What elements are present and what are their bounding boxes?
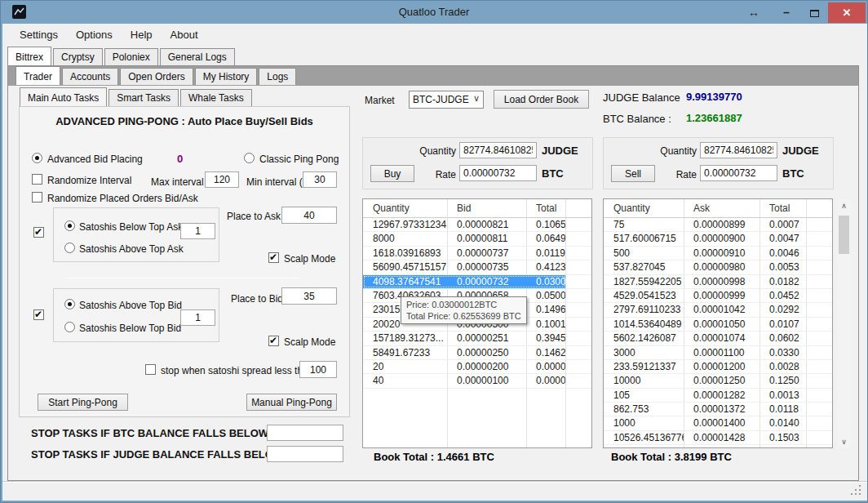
column-header-total[interactable]: Total [760, 199, 806, 217]
tab-cryptsy[interactable]: Cryptsy [53, 48, 103, 65]
place-to-ask-input[interactable] [281, 207, 337, 224]
order-row[interactable]: 12967.973312340.000008210.1065 [363, 218, 591, 232]
order-row[interactable]: 233.591213370.000012000.0028 [604, 360, 832, 374]
order-row[interactable]: 56090.457151570.000007350.4123 [363, 260, 591, 274]
scrollbar-thumb[interactable] [839, 216, 849, 254]
column-header-quantity[interactable]: Quantity [363, 199, 447, 217]
satoshis-above-top-ask-label: Satoshis Above Top Ask [79, 243, 184, 255]
tab-whale-tasks[interactable]: Whale Tasks [180, 89, 252, 106]
order-row[interactable]: 200.000002000.0000 [363, 360, 591, 374]
satoshis-above-top-bid-radio[interactable] [64, 299, 75, 309]
tab-my-history[interactable]: My History [195, 68, 258, 85]
maximize-button[interactable] [804, 4, 825, 20]
column-header-total[interactable]: Total [526, 199, 565, 217]
order-row[interactable]: 4529.05415230.000009990.0452 [604, 289, 832, 303]
stop-spread-checkbox[interactable] [145, 364, 156, 375]
order-row[interactable]: 80000.000008110.0649 [363, 232, 591, 246]
order-row[interactable]: 537.8270450.000009800.0053 [604, 260, 832, 274]
order-row[interactable]: 157189.31273...0.000002510.3945 [363, 332, 591, 345]
satoshis-below-top-bid-label: Satoshis Below Top Bid [79, 323, 181, 334]
tab-smart-tasks[interactable]: Smart Tasks [108, 89, 179, 106]
ask-book-scrollbar[interactable]: ∧ ∨ [838, 199, 850, 448]
order-row[interactable]: 1014.536404890.000010500.0107 [604, 318, 832, 332]
minimize-button[interactable]: – [776, 4, 797, 20]
menu-options[interactable]: Options [67, 26, 122, 44]
randomize-placed-checkbox[interactable] [32, 192, 42, 203]
close-button[interactable]: ✕ [828, 2, 866, 23]
place-to-bid-input[interactable] [281, 287, 337, 305]
order-row[interactable]: 1050.000012820.0013 [604, 389, 832, 403]
order-row[interactable]: 100000.000012500.1250 [604, 374, 832, 388]
randomize-interval-checkbox[interactable] [32, 174, 42, 185]
order-row[interactable]: 30000.000011000.0330 [604, 346, 832, 360]
order-row[interactable]: 517.600067150.000009000.0047 [604, 232, 832, 246]
bid-group-enable-checkbox[interactable] [33, 309, 44, 320]
advanced-bid-placing-radio[interactable] [32, 153, 42, 163]
bid-scalp-mode-checkbox[interactable] [268, 336, 279, 346]
tab-poloniex[interactable]: Poloniex [104, 48, 158, 65]
order-cell: 56090.45715157 [363, 260, 447, 274]
column-header-quantity[interactable]: Quantity [604, 199, 684, 217]
satoshis-below-top-ask-radio[interactable] [64, 220, 75, 231]
sell-rate-input[interactable] [700, 165, 777, 181]
bid-offset-input[interactable] [180, 309, 215, 326]
pingpong-heading: ADVANCED PING-PONG : Auto Place Buy/Sell… [25, 115, 343, 127]
scroll-up-arrow-icon[interactable]: ∧ [838, 199, 850, 212]
order-cell: 1827.55942205 [604, 275, 684, 288]
menu-about[interactable]: About [162, 26, 207, 44]
tab-general-logs[interactable]: General Logs [160, 48, 235, 65]
scroll-down-arrow-icon[interactable]: ∨ [838, 435, 850, 448]
order-row[interactable]: 5000.000009100.0046 [604, 247, 832, 260]
chevron-down-icon: ∨ [473, 93, 480, 104]
order-row[interactable]: 4098.376475410.000007320.0300 [363, 275, 591, 289]
classic-ping-pong-radio[interactable] [244, 153, 255, 163]
min-interval-input[interactable] [303, 171, 337, 188]
order-row[interactable]: 10000.000014000.0140 [604, 416, 832, 430]
satoshis-above-top-ask-radio[interactable] [64, 243, 75, 253]
sell-quantity-input[interactable] [700, 142, 777, 158]
order-row[interactable]: 5602.14260870.000010740.0602 [604, 332, 832, 345]
order-row[interactable]: 10526.451367760.000014280.1503 [604, 431, 832, 445]
stop-btc-input[interactable] [267, 425, 343, 441]
order-cell: 58491.67233 [363, 346, 447, 359]
order-cell: 0.0330 [760, 346, 806, 359]
tab-main-auto-tasks[interactable]: Main Auto Tasks [20, 87, 107, 106]
order-row[interactable]: 2797.691102330.000010420.0292 [604, 303, 832, 317]
tab-accounts[interactable]: Accounts [62, 68, 118, 85]
column-header-ask[interactable]: Ask [684, 199, 760, 217]
market-select[interactable]: BTC-JUDGE ∨ [409, 91, 484, 109]
column-header-bid[interactable]: Bid [447, 199, 526, 217]
order-row[interactable]: 750.000008990.0007 [604, 218, 832, 232]
order-row[interactable]: 400.000001000.0000 [363, 374, 591, 388]
resize-grip[interactable] [859, 493, 861, 495]
order-cell: 0.0000 [526, 374, 565, 387]
stop-spread-input[interactable] [299, 361, 337, 378]
order-cell: 0.00001282 [684, 389, 760, 402]
buy-quantity-input[interactable] [459, 142, 537, 158]
order-cell: 75 [604, 218, 684, 231]
order-row[interactable]: 58491.672330.000002500.1462 [363, 346, 591, 360]
menu-help[interactable]: Help [122, 26, 162, 44]
order-cell: 0.00000999 [684, 289, 760, 302]
manual-ping-pong-button[interactable]: Manual Ping-Pong [246, 394, 337, 411]
order-row[interactable]: 1618.039168930.000007370.0119 [363, 247, 591, 260]
maximize-icon [810, 10, 819, 17]
start-ping-pong-button[interactable]: Start Ping-Pong [38, 394, 128, 411]
order-row[interactable]: 862.7530.000013720.0118 [604, 403, 832, 416]
order-row[interactable]: 4000.000014400.0014 [604, 445, 832, 448]
tab-bittrex[interactable]: Bittrex [7, 47, 51, 65]
ask-group-enable-checkbox[interactable] [33, 227, 44, 238]
tab-trader[interactable]: Trader [16, 66, 60, 85]
tab-open-orders[interactable]: Open Orders [120, 68, 193, 85]
load-order-book-button[interactable]: Load Order Book [494, 90, 589, 109]
tab-logs[interactable]: Logs [259, 68, 296, 85]
order-cell: 0.1065 [526, 218, 565, 231]
ask-offset-input[interactable] [180, 223, 215, 239]
ask-scalp-mode-checkbox[interactable] [268, 252, 279, 263]
satoshis-below-top-bid-radio[interactable] [64, 322, 75, 332]
max-interval-input[interactable] [205, 171, 239, 188]
menu-settings[interactable]: Settings [11, 26, 67, 44]
stop-judge-input[interactable] [267, 446, 343, 462]
buy-rate-input[interactable] [459, 165, 537, 181]
order-row[interactable]: 1827.559422050.000009980.0182 [604, 275, 832, 289]
